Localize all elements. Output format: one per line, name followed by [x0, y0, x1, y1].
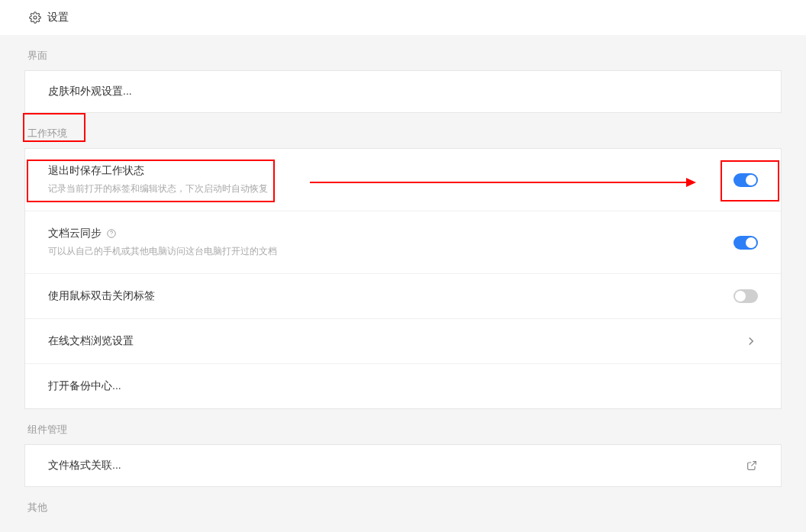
row-title-online-preview: 在线文档浏览设置: [48, 334, 134, 348]
help-icon[interactable]: [106, 228, 117, 239]
header-title: 设置: [47, 11, 69, 24]
row-save-state: 退出时保存工作状态 记录当前打开的标签和编辑状态，下次启动时自动恢复: [25, 149, 781, 211]
card-work-env: 退出时保存工作状态 记录当前打开的标签和编辑状态，下次启动时自动恢复 文档云同步…: [24, 148, 782, 409]
section-label-interface: 界面: [24, 35, 782, 70]
toggle-save-state[interactable]: [733, 173, 758, 187]
external-link-icon: [746, 459, 758, 472]
section-label-component-mgmt: 组件管理: [24, 409, 782, 444]
row-dbl-click-close: 使用鼠标双击关闭标签: [25, 274, 781, 319]
row-online-preview[interactable]: 在线文档浏览设置: [25, 319, 781, 364]
row-title-cloud-sync: 文档云同步: [48, 227, 277, 240]
row-skin-settings[interactable]: 皮肤和外观设置...: [25, 71, 781, 112]
toggle-cloud-sync[interactable]: [733, 236, 758, 250]
card-interface: 皮肤和外观设置...: [24, 70, 782, 113]
settings-header: 设置: [0, 0, 806, 35]
card-component-mgmt: 文件格式关联...: [24, 444, 782, 487]
svg-point-0: [34, 16, 37, 19]
toggle-dbl-click-close[interactable]: [733, 289, 758, 303]
row-title-file-assoc: 文件格式关联...: [48, 459, 121, 472]
chevron-right-icon: [744, 334, 758, 348]
gear-icon: [29, 11, 41, 24]
svg-line-3: [751, 462, 756, 466]
row-desc-save-state: 记录当前打开的标签和编辑状态，下次启动时自动恢复: [48, 182, 268, 195]
section-label-other: 其他: [24, 487, 782, 522]
row-title-skin: 皮肤和外观设置...: [48, 85, 132, 98]
row-title-backup-center: 打开备份中心...: [48, 379, 121, 393]
row-backup-center[interactable]: 打开备份中心...: [25, 364, 781, 408]
svg-point-2: [111, 236, 112, 237]
row-desc-cloud-sync: 可以从自己的手机或其他电脑访问这台电脑打开过的文档: [48, 245, 277, 258]
row-file-assoc[interactable]: 文件格式关联...: [25, 445, 781, 486]
row-title-dbl-click: 使用鼠标双击关闭标签: [48, 289, 155, 303]
cloud-sync-label: 文档云同步: [48, 227, 102, 240]
section-label-work-env: 工作环境: [24, 113, 782, 148]
row-cloud-sync: 文档云同步 可以从自己的手机或其他电脑访问这台电脑打开过的文档: [25, 211, 781, 274]
row-title-save-state: 退出时保存工作状态: [48, 164, 268, 178]
